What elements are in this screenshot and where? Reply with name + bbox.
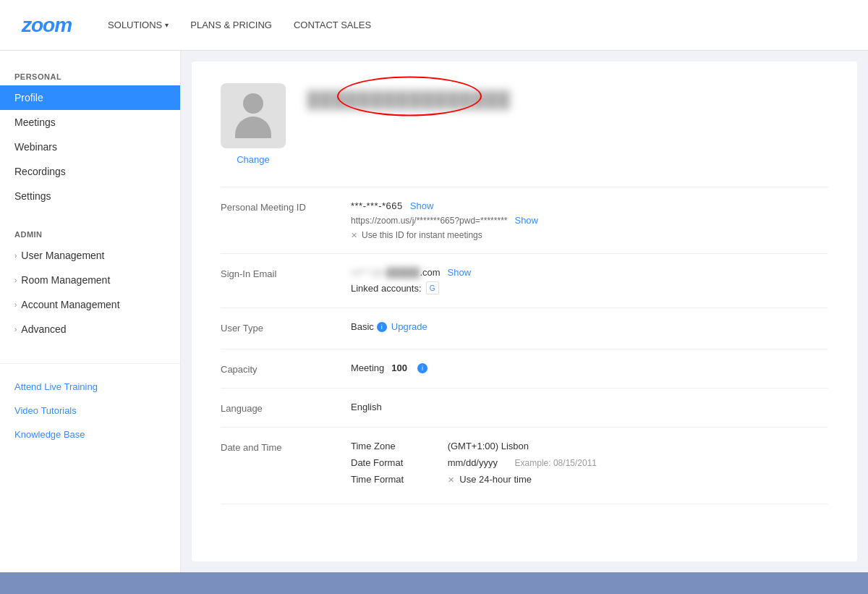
field-language: Language English <box>221 389 828 428</box>
user-type-row: Basic i Upgrade <box>351 321 828 332</box>
nav-contact-sales[interactable]: CONTACT SALES <box>294 20 371 30</box>
meeting-url: https://zoom.us/j/*******665?pwd=*******… <box>351 216 507 226</box>
field-date-time: Date and Time Time Zone (GMT+1:00) Lisbo… <box>221 428 828 504</box>
sidebar-item-meetings[interactable]: Meetings <box>0 110 180 135</box>
nav-plans-pricing[interactable]: PLANS & PRICING <box>190 20 272 30</box>
admin-section-label: ADMIN <box>0 223 180 243</box>
main-layout: PERSONAL Profile Meetings Webinars Recor… <box>0 51 868 572</box>
sidebar-item-recordings[interactable]: Recordings <box>0 159 180 184</box>
sidebar-item-video-tutorials[interactable]: Video Tutorials <box>0 399 180 423</box>
capacity-sub-label: Meeting <box>351 362 384 373</box>
time-format-row: Time Format ✕ Use 24-hour time <box>351 474 828 485</box>
sidebar-item-account-management[interactable]: › Account Management <box>0 292 180 317</box>
name-container: ████████████████ <box>307 83 511 109</box>
avatar-body <box>235 116 271 138</box>
meeting-id-row: ***-***-*665 Show <box>351 200 828 211</box>
sidebar-item-advanced[interactable]: › Advanced <box>0 317 180 341</box>
sidebar-item-profile[interactable]: Profile <box>0 85 180 110</box>
avatar-container: Change <box>221 83 286 165</box>
field-value-capacity: Meeting 100 i <box>351 362 828 373</box>
time-format-label: Time Format <box>351 474 445 485</box>
x-icon-time: ✕ <box>448 475 454 484</box>
sidebar-item-settings[interactable]: Settings <box>0 184 180 208</box>
upgrade-link[interactable]: Upgrade <box>391 321 427 332</box>
date-format-value: mm/dd/yyyy <box>448 457 498 468</box>
field-label-meeting-id: Personal Meeting ID <box>221 200 351 213</box>
capacity-row: Meeting 100 i <box>351 362 828 373</box>
change-avatar-link[interactable]: Change <box>237 154 270 165</box>
capacity-value: 100 <box>391 362 407 373</box>
field-label-language: Language <box>221 402 351 414</box>
top-nav: zoom SOLUTIONS ▾ PLANS & PRICING CONTACT… <box>0 0 868 51</box>
nav-links: SOLUTIONS ▾ PLANS & PRICING CONTACT SALE… <box>108 20 371 30</box>
field-label-user-type: User Type <box>221 321 351 334</box>
logo: zoom <box>22 14 72 37</box>
info-icon[interactable]: i <box>377 322 387 332</box>
email-row: inf***@n█████ .com Show <box>351 267 828 278</box>
user-type-value: Basic <box>351 321 374 332</box>
field-value-email: inf***@n█████ .com Show Linked accounts:… <box>351 267 828 294</box>
date-format-row: Date Format mm/dd/yyyy Example: 08/15/20… <box>351 457 828 468</box>
nav-solutions[interactable]: SOLUTIONS ▾ <box>108 20 169 30</box>
x-icon: ✕ <box>351 231 357 240</box>
linked-accounts-label: Linked accounts: <box>351 283 422 294</box>
field-label-capacity: Capacity <box>221 362 351 375</box>
bottom-bar <box>0 572 868 594</box>
chevron-right-icon: › <box>14 252 17 260</box>
field-value-user-type: Basic i Upgrade <box>351 321 828 336</box>
linked-accounts-row: Linked accounts: G <box>351 281 828 294</box>
avatar-person-icon <box>235 93 271 138</box>
user-name-blurred: ████████████████ <box>307 90 511 109</box>
field-user-type: User Type Basic i Upgrade <box>221 308 828 349</box>
avatar <box>221 83 286 148</box>
instant-meeting-row: ✕ Use this ID for instant meetings <box>351 230 828 240</box>
google-icon: G <box>426 281 439 294</box>
field-sign-in-email: Sign-In Email inf***@n█████ .com Show Li… <box>221 254 828 308</box>
sidebar-item-user-management[interactable]: › User Management <box>0 243 180 268</box>
chevron-right-icon: › <box>14 326 17 334</box>
field-label-email: Sign-In Email <box>221 267 351 279</box>
date-format-example: Example: 08/15/2011 <box>515 458 597 468</box>
capacity-info-icon[interactable]: i <box>417 363 427 373</box>
field-value-date-time: Time Zone (GMT+1:00) Lisbon Date Format … <box>351 441 828 491</box>
field-value-language: English <box>351 402 828 412</box>
field-personal-meeting-id: Personal Meeting ID ***-***-*665 Show ht… <box>221 187 828 254</box>
field-label-date-time: Date and Time <box>221 441 351 453</box>
time-format-value: Use 24-hour time <box>459 474 532 485</box>
sidebar-bottom: Attend Live Training Video Tutorials Kno… <box>0 363 180 446</box>
meeting-id-value: ***-***-*665 <box>351 200 403 211</box>
instant-meeting-text: Use this ID for instant meetings <box>362 230 482 240</box>
timezone-value: (GMT+1:00) Lisbon <box>448 441 529 451</box>
profile-header: Change ████████████████ <box>221 83 828 187</box>
meeting-url-row: https://zoom.us/j/*******665?pwd=*******… <box>351 215 828 226</box>
field-value-meeting-id: ***-***-*665 Show https://zoom.us/j/****… <box>351 200 828 240</box>
sidebar-item-knowledge-base[interactable]: Knowledge Base <box>0 423 180 446</box>
timezone-label: Time Zone <box>351 441 445 451</box>
avatar-head <box>243 93 263 114</box>
personal-section-label: PERSONAL <box>0 65 180 85</box>
chevron-right-icon: › <box>14 276 17 284</box>
meeting-id-show-link[interactable]: Show <box>410 200 434 211</box>
main-content: Change ████████████████ Personal Meeting… <box>192 61 857 561</box>
chevron-right-icon: › <box>14 301 17 309</box>
timezone-row: Time Zone (GMT+1:00) Lisbon <box>351 441 828 451</box>
email-suffix: .com <box>420 267 440 278</box>
sidebar-item-live-training[interactable]: Attend Live Training <box>0 375 180 399</box>
date-format-label: Date Format <box>351 457 445 468</box>
sidebar-item-room-management[interactable]: › Room Management <box>0 268 180 292</box>
meeting-url-show-link[interactable]: Show <box>514 215 538 226</box>
sidebar: PERSONAL Profile Meetings Webinars Recor… <box>0 51 181 572</box>
chevron-down-icon: ▾ <box>165 21 169 29</box>
email-value: inf***@n█████ <box>351 267 420 278</box>
email-show-link[interactable]: Show <box>448 267 472 278</box>
field-capacity: Capacity Meeting 100 i <box>221 349 828 389</box>
sidebar-item-webinars[interactable]: Webinars <box>0 135 180 159</box>
